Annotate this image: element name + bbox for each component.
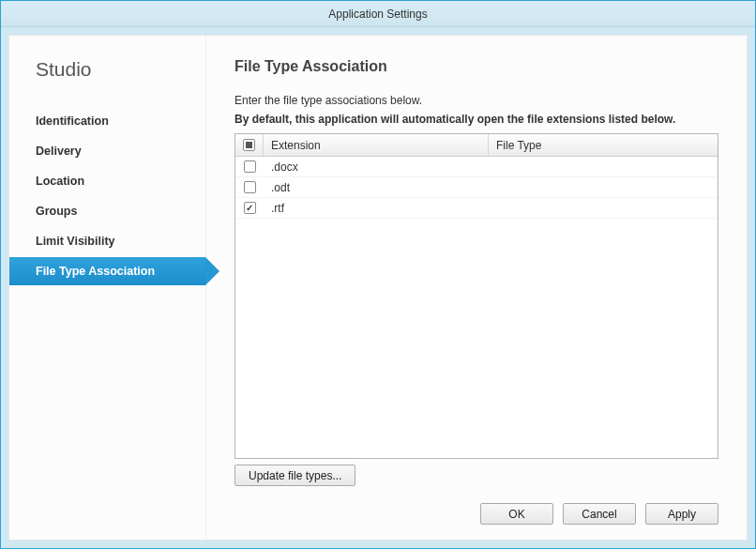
row-checkbox-cell[interactable]: [235, 202, 264, 214]
dialog-footer: OK Cancel Apply: [234, 486, 718, 525]
row-extension: .docx: [264, 160, 489, 174]
sidebar: Studio IdentificationDeliveryLocationGro…: [9, 36, 206, 540]
nav-list: IdentificationDeliveryLocationGroupsLimi…: [9, 107, 205, 285]
table-row[interactable]: .docx: [235, 157, 718, 177]
column-header-extension[interactable]: Extension: [264, 134, 489, 156]
row-checkbox-cell[interactable]: [235, 181, 264, 193]
sidebar-item-file-type-association[interactable]: File Type Association: [9, 257, 205, 285]
header-checkbox-cell[interactable]: [235, 134, 264, 156]
instruction-text-1: Enter the file type associations below.: [234, 94, 718, 107]
titlebar: Application Settings: [1, 1, 755, 27]
sidebar-item-delivery[interactable]: Delivery: [9, 137, 205, 165]
page-title: File Type Association: [234, 58, 718, 75]
file-type-table: Extension File Type .docx.odt.rtf: [234, 133, 718, 459]
sidebar-item-groups[interactable]: Groups: [9, 197, 205, 225]
table-row[interactable]: .rtf: [235, 198, 718, 219]
inner-panel: Studio IdentificationDeliveryLocationGro…: [8, 35, 748, 541]
row-extension: .rtf: [264, 202, 489, 215]
application-settings-window: Application Settings Studio Identificati…: [0, 0, 756, 549]
instruction-text-2: By default, this application will automa…: [234, 113, 718, 126]
table-body: .docx.odt.rtf: [235, 157, 718, 458]
main-content: File Type Association Enter the file typ…: [206, 36, 747, 540]
outer-frame: Studio IdentificationDeliveryLocationGro…: [1, 27, 755, 548]
sidebar-item-limit-visibility[interactable]: Limit Visibility: [9, 227, 205, 255]
sidebar-item-identification[interactable]: Identification: [9, 107, 205, 135]
select-all-checkbox[interactable]: [243, 139, 255, 151]
ok-button[interactable]: OK: [480, 503, 553, 525]
cancel-button[interactable]: Cancel: [563, 503, 636, 525]
table-header: Extension File Type: [235, 134, 718, 157]
row-checkbox-cell[interactable]: [235, 160, 264, 173]
sidebar-title: Studio: [9, 58, 205, 107]
row-extension: .odt: [264, 181, 489, 194]
apply-button[interactable]: Apply: [645, 503, 718, 525]
sidebar-item-location[interactable]: Location: [9, 167, 205, 195]
update-file-types-button[interactable]: Update file types...: [234, 465, 355, 486]
row-checkbox[interactable]: [244, 160, 256, 173]
update-row: Update file types...: [234, 465, 718, 486]
row-checkbox[interactable]: [244, 181, 256, 193]
window-title: Application Settings: [328, 8, 427, 21]
column-header-filetype[interactable]: File Type: [489, 134, 718, 156]
table-row[interactable]: .odt: [235, 177, 718, 198]
row-checkbox[interactable]: [244, 202, 256, 214]
